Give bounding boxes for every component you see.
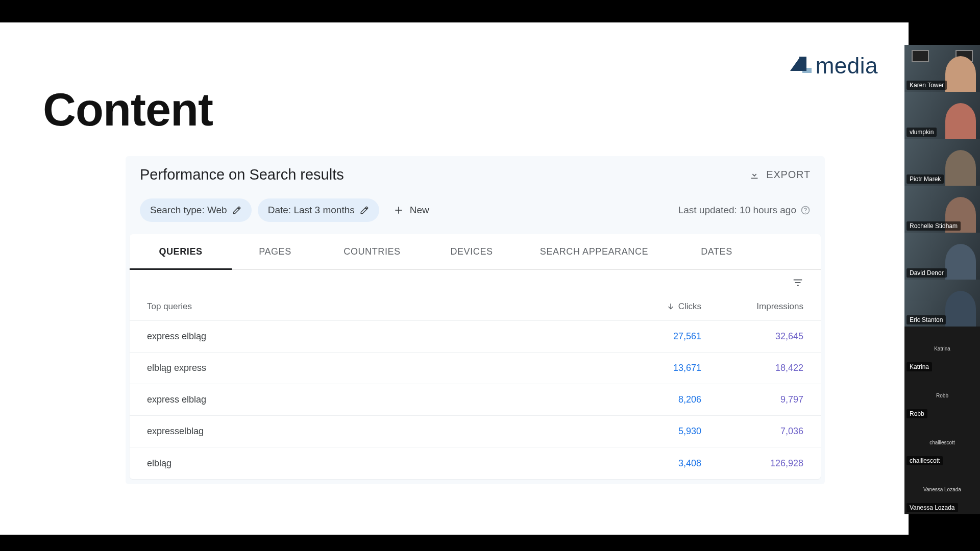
participant-strip: Karen Tower vlumpkin Piotr Marek Rochell… bbox=[904, 45, 980, 514]
add-filter-label: New bbox=[410, 205, 429, 216]
page-title: Content bbox=[43, 84, 213, 136]
participant-tile[interactable]: Karen Tower bbox=[904, 45, 980, 92]
data-card: QUERIES PAGES COUNTRIES DEVICES SEARCH A… bbox=[130, 234, 821, 479]
tab-dates[interactable]: DATES bbox=[671, 234, 763, 269]
participant-video bbox=[945, 150, 976, 186]
column-header-query[interactable]: Top queries bbox=[147, 302, 599, 312]
participant-name: Rochelle Stidham bbox=[906, 221, 961, 231]
clicks-cell: 27,561 bbox=[599, 331, 701, 342]
impressions-cell: 32,645 bbox=[701, 331, 803, 342]
date-range-chip[interactable]: Date: Last 3 months bbox=[258, 198, 379, 222]
participant-video bbox=[945, 103, 976, 139]
impressions-cell: 126,928 bbox=[701, 458, 803, 469]
export-button[interactable]: EXPORT bbox=[749, 169, 811, 181]
presentation-slide: media Content Performance on Search resu… bbox=[0, 22, 909, 535]
participant-video bbox=[945, 244, 976, 280]
table-row[interactable]: expresselblag 5,930 7,036 bbox=[130, 416, 821, 447]
participant-tile[interactable]: Eric Stanton bbox=[904, 280, 980, 327]
participant-tile[interactable]: David Denor bbox=[904, 233, 980, 280]
table-row[interactable]: express elblag 8,206 9,797 bbox=[130, 384, 821, 416]
participant-name: chaillescott bbox=[906, 456, 943, 465]
query-cell: express elblag bbox=[147, 394, 599, 405]
participant-video bbox=[945, 291, 976, 327]
last-updated: Last updated: 10 hours ago bbox=[678, 205, 811, 216]
impressions-cell: 9,797 bbox=[701, 394, 803, 405]
participant-tile[interactable]: Rochelle Stidham bbox=[904, 186, 980, 233]
participant-name: Piotr Marek bbox=[906, 174, 944, 184]
participant-name: Katrina bbox=[906, 362, 932, 371]
participant-avatar-text: Katrina bbox=[934, 346, 950, 352]
filter-icon[interactable] bbox=[792, 277, 803, 288]
date-range-chip-label: Date: Last 3 months bbox=[268, 205, 355, 216]
participant-tile[interactable]: vlumpkin bbox=[904, 92, 980, 139]
participant-name: vlumpkin bbox=[906, 128, 937, 137]
table-toolbar bbox=[130, 270, 821, 292]
search-type-chip-label: Search type: Web bbox=[150, 205, 227, 216]
query-cell: elbląg express bbox=[147, 363, 599, 373]
impressions-cell: 18,422 bbox=[701, 363, 803, 373]
arrow-down-icon bbox=[666, 302, 675, 311]
brand-logo: media bbox=[790, 53, 878, 79]
help-icon[interactable] bbox=[800, 205, 811, 215]
query-cell: elbląg bbox=[147, 458, 599, 469]
export-label: EXPORT bbox=[766, 169, 811, 181]
participant-name: Eric Stanton bbox=[906, 315, 946, 324]
tabs: QUERIES PAGES COUNTRIES DEVICES SEARCH A… bbox=[130, 234, 821, 270]
column-header-clicks[interactable]: Clicks bbox=[599, 302, 701, 312]
impressions-cell: 7,036 bbox=[701, 426, 803, 437]
participant-avatar-text: chaillescott bbox=[929, 440, 954, 445]
participant-tile[interactable]: Vanessa Lozada Vanessa Lozada bbox=[904, 467, 980, 514]
filter-row: Search type: Web Date: Last 3 months New… bbox=[126, 193, 825, 234]
svg-point-3 bbox=[805, 212, 806, 213]
participant-avatar-text: Vanessa Lozada bbox=[923, 487, 961, 492]
search-performance-panel: Performance on Search results EXPORT Sea… bbox=[126, 156, 825, 484]
table-row[interactable]: elbląg express 13,671 18,422 bbox=[130, 353, 821, 384]
table-header: Top queries Clicks Impressions bbox=[130, 292, 821, 321]
column-header-impressions[interactable]: Impressions bbox=[701, 302, 803, 312]
participant-name: David Denor bbox=[906, 268, 947, 278]
clicks-cell: 8,206 bbox=[599, 394, 701, 405]
clicks-cell: 13,671 bbox=[599, 363, 701, 373]
table-row[interactable]: express elbląg 27,561 32,645 bbox=[130, 321, 821, 353]
brand-text: media bbox=[816, 53, 878, 79]
participant-tile[interactable]: Robb Robb bbox=[904, 373, 980, 420]
panel-header: Performance on Search results EXPORT bbox=[126, 156, 825, 193]
pencil-icon bbox=[360, 206, 369, 215]
table-row[interactable]: elbląg 3,408 126,928 bbox=[130, 447, 821, 479]
tab-queries[interactable]: QUERIES bbox=[130, 234, 232, 269]
query-cell: express elbląg bbox=[147, 331, 599, 342]
participant-name: Robb bbox=[906, 409, 927, 418]
participant-tile[interactable]: Piotr Marek bbox=[904, 139, 980, 186]
participant-avatar-text: Robb bbox=[936, 393, 948, 398]
pencil-icon bbox=[232, 206, 241, 215]
participant-tile[interactable]: Katrina Katrina bbox=[904, 327, 980, 373]
brand-mark-icon bbox=[790, 57, 811, 75]
clicks-cell: 3,408 bbox=[599, 458, 701, 469]
participant-tile[interactable]: chaillescott chaillescott bbox=[904, 420, 980, 467]
clicks-cell: 5,930 bbox=[599, 426, 701, 437]
participant-name: Karen Tower bbox=[906, 81, 947, 90]
tab-countries[interactable]: COUNTRIES bbox=[318, 234, 426, 269]
filter-chips: Search type: Web Date: Last 3 months New bbox=[140, 198, 437, 222]
last-updated-text: Last updated: 10 hours ago bbox=[678, 205, 796, 216]
search-type-chip[interactable]: Search type: Web bbox=[140, 198, 252, 222]
tab-pages[interactable]: PAGES bbox=[232, 234, 318, 269]
panel-title: Performance on Search results bbox=[140, 166, 344, 183]
query-cell: expresselblag bbox=[147, 426, 599, 437]
tab-devices[interactable]: DEVICES bbox=[426, 234, 518, 269]
participant-video bbox=[945, 56, 976, 92]
tab-search-appearance[interactable]: SEARCH APPEARANCE bbox=[518, 234, 671, 269]
participant-name: Vanessa Lozada bbox=[906, 503, 958, 512]
download-icon bbox=[749, 169, 760, 181]
plus-icon bbox=[394, 205, 404, 215]
add-filter-button[interactable]: New bbox=[385, 198, 437, 222]
